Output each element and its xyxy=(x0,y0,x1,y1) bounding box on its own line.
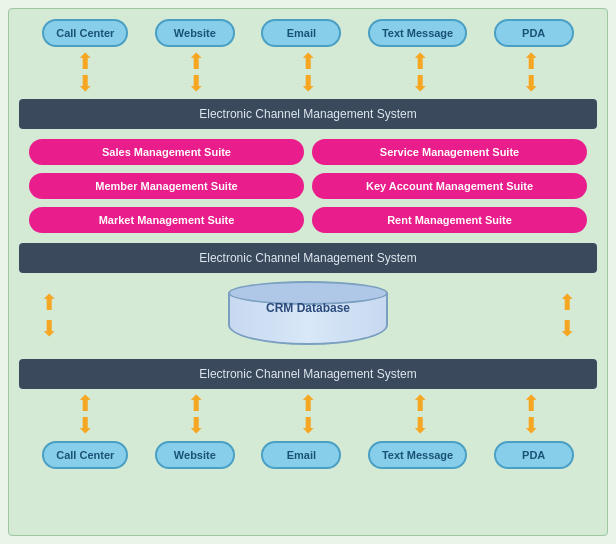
bottom-pda: PDA xyxy=(494,441,574,469)
top-website: Website xyxy=(155,19,235,47)
ecms-bar-3: Electronic Channel Management System xyxy=(19,359,597,389)
ecms-bar-1: Electronic Channel Management System xyxy=(19,99,597,129)
bottom-arrow-row: ⬆⬇ ⬆⬇ ⬆⬇ ⬆⬇ ⬆⬇ xyxy=(19,393,597,437)
middle-section: ⬆⬇ CRM Database ⬆⬇ xyxy=(19,277,597,355)
suite-rent: Rent Management Suite xyxy=(312,207,587,233)
b-arrow-2: ⬆⬇ xyxy=(181,393,211,437)
top-arrow-row: ⬆⬇ ⬆⬇ ⬆⬇ ⬆⬇ ⬆⬇ xyxy=(19,51,597,95)
arrow-4: ⬆⬇ xyxy=(405,51,435,95)
top-call-center: Call Center xyxy=(42,19,128,47)
suite-grid: Sales Management Suite Service Managemen… xyxy=(19,133,597,239)
bottom-call-center: Call Center xyxy=(42,441,128,469)
bottom-email: Email xyxy=(261,441,341,469)
top-text-message: Text Message xyxy=(368,19,467,47)
arrow-5: ⬆⬇ xyxy=(516,51,546,95)
crm-db-wrapper: CRM Database xyxy=(79,281,537,351)
suite-member: Member Management Suite xyxy=(29,173,304,199)
ecms-bar-2: Electronic Channel Management System xyxy=(19,243,597,273)
top-channel-row: Call Center Website Email Text Message P… xyxy=(19,19,597,47)
top-email: Email xyxy=(261,19,341,47)
main-container: Call Center Website Email Text Message P… xyxy=(8,8,608,536)
suite-key-account: Key Account Management Suite xyxy=(312,173,587,199)
b-arrow-5: ⬆⬇ xyxy=(516,393,546,437)
bottom-website: Website xyxy=(155,441,235,469)
suite-market: Market Management Suite xyxy=(29,207,304,233)
suite-sales: Sales Management Suite xyxy=(29,139,304,165)
b-arrow-3: ⬆⬇ xyxy=(293,393,323,437)
mid-arrow-left: ⬆⬇ xyxy=(19,290,79,342)
b-arrow-1: ⬆⬇ xyxy=(70,393,100,437)
crm-label: CRM Database xyxy=(266,301,350,315)
arrow-1: ⬆⬇ xyxy=(70,51,100,95)
b-arrow-4: ⬆⬇ xyxy=(405,393,435,437)
arrow-2: ⬆⬇ xyxy=(181,51,211,95)
suite-service: Service Management Suite xyxy=(312,139,587,165)
mid-arrow-right: ⬆⬇ xyxy=(537,290,597,342)
bottom-text-message: Text Message xyxy=(368,441,467,469)
crm-database: CRM Database xyxy=(228,281,388,351)
arrow-3: ⬆⬇ xyxy=(293,51,323,95)
bottom-channel-row: Call Center Website Email Text Message P… xyxy=(19,441,597,469)
top-pda: PDA xyxy=(494,19,574,47)
